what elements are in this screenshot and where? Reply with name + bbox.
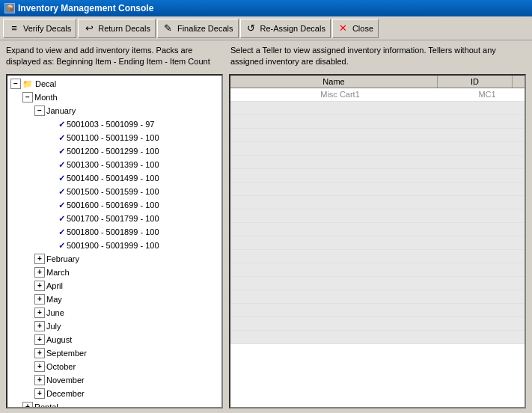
toolbar: ≡ Verify Decals ↩ Return Decals ✎ Finali… <box>0 16 532 40</box>
tree-node-june: June <box>33 306 220 319</box>
check-icon-7: ✓ <box>58 212 65 225</box>
tree-label-april: April <box>46 279 63 293</box>
tree-row-decal[interactable]: 📁 Decal <box>9 77 220 91</box>
tree-label-jan-item-7: 5001700 - 5001799 - 100 <box>67 212 159 225</box>
expander-november[interactable] <box>34 375 45 385</box>
tree-row-month[interactable]: Month <box>21 91 220 104</box>
return-decals-label: Return Decals <box>98 24 150 33</box>
table-row[interactable] <box>230 115 525 129</box>
tree-node-november: November <box>33 373 220 387</box>
tree-row-july[interactable]: July <box>33 319 220 333</box>
reassign-decals-button[interactable]: ↺ Re-Assign Decals <box>240 19 331 38</box>
instructions: Expand to view and add inventory items. … <box>6 45 526 68</box>
expander-september[interactable] <box>34 348 45 358</box>
tree-row-jan-item-3[interactable]: ✓ 5001300 - 5001399 - 100 <box>45 158 220 171</box>
check-icon-0: ✓ <box>58 117 65 131</box>
tree-row-jan-item-5[interactable]: ✓ 5001500 - 5001599 - 100 <box>45 185 220 198</box>
tree-row-rental[interactable]: Rental <box>21 400 220 407</box>
expander-august[interactable] <box>34 334 45 345</box>
tree-node-rental: Rental <box>21 400 220 407</box>
table-row[interactable] <box>230 142 525 156</box>
tree-row-february[interactable]: February <box>33 252 220 266</box>
expander-october[interactable] <box>34 361 45 372</box>
return-decals-button[interactable]: ↩ Return Decals <box>78 19 156 38</box>
left-instruction: Expand to view and add inventory items. … <box>6 45 223 68</box>
folder-icon-decal: 📁 <box>22 77 33 91</box>
table-row[interactable]: Misc Cart1 MC1 <box>230 88 525 102</box>
expander-february[interactable] <box>34 254 45 264</box>
table-row[interactable] <box>230 304 525 317</box>
tree-row-jan-item-9[interactable]: ✓ 5001900 - 5001999 - 100 <box>45 239 220 252</box>
table-row[interactable] <box>230 102 525 115</box>
table-row[interactable] <box>230 317 525 331</box>
tree-row-jan-item-4[interactable]: ✓ 5001400 - 5001499 - 100 <box>45 171 220 185</box>
return-decals-icon: ↩ <box>83 22 95 34</box>
tree-node-month: Month January <box>21 91 220 400</box>
tree-row-april[interactable]: April <box>33 279 220 293</box>
tree-label-november: November <box>46 373 85 387</box>
expander-rental[interactable] <box>22 402 33 407</box>
tree-label-october: October <box>46 360 76 373</box>
tree-container[interactable]: 📁 Decal Month <box>7 76 221 407</box>
tree-label-august: August <box>46 333 72 346</box>
tree-row-august[interactable]: August <box>33 333 220 346</box>
tree-row-jan-item-7[interactable]: ✓ 5001700 - 5001799 - 100 <box>45 212 220 225</box>
expander-july[interactable] <box>34 321 45 331</box>
tree-row-january[interactable]: January <box>33 104 220 117</box>
tree-row-september[interactable]: September <box>33 346 220 360</box>
table-row[interactable] <box>230 331 525 344</box>
tree-row-jan-item-6[interactable]: ✓ 5001600 - 5001699 - 100 <box>45 198 220 212</box>
tree-row-october[interactable]: October <box>33 360 220 373</box>
tree-row-march[interactable]: March <box>33 266 220 279</box>
tree-label-jan-item-3: 5001300 - 5001399 - 100 <box>67 158 159 171</box>
tree-row-may[interactable]: May <box>33 293 220 306</box>
table-row[interactable] <box>230 277 525 290</box>
table-row[interactable] <box>230 196 525 209</box>
table-row[interactable] <box>230 223 525 236</box>
expander-june[interactable] <box>34 308 45 318</box>
tree-node-jan-item-5: ✓ 5001500 - 5001599 - 100 <box>45 185 220 198</box>
tree-row-november[interactable]: November <box>33 373 220 387</box>
table-body[interactable]: Misc Cart1 MC1 <box>230 88 525 407</box>
tree-label-jan-item-0: 5001003 - 5001099 - 97 <box>67 117 154 131</box>
tree-row-jan-item-1[interactable]: ✓ 5001100 - 5001199 - 100 <box>45 131 220 144</box>
app-icon: 📦 <box>4 3 15 13</box>
tree-row-december[interactable]: December <box>33 387 220 400</box>
tree-label-jan-item-5: 5001500 - 5001599 - 100 <box>67 185 159 198</box>
table-header: Name ID <box>230 76 525 88</box>
scroll-spacer <box>513 76 525 88</box>
table-row[interactable] <box>230 290 525 304</box>
tree-row-june[interactable]: June <box>33 306 220 319</box>
tree-node-jan-item-2: ✓ 5001200 - 5001299 - 100 <box>45 144 220 158</box>
tree-label-jan-item-9: 5001900 - 5001999 - 100 <box>67 239 159 252</box>
table-row[interactable] <box>230 263 525 277</box>
table-row[interactable] <box>230 236 525 250</box>
check-icon-3: ✓ <box>58 158 65 171</box>
expander-december[interactable] <box>34 388 45 399</box>
tree-node-decal: 📁 Decal Month <box>9 77 220 407</box>
expander-january[interactable] <box>34 105 45 116</box>
tree-label-rental: Rental <box>34 400 58 407</box>
check-icon-9: ✓ <box>58 239 65 252</box>
tree-row-jan-item-0[interactable]: ✓ 5001003 - 5001099 - 97 <box>45 117 220 131</box>
table-row[interactable] <box>230 129 525 142</box>
table-row[interactable] <box>230 209 525 223</box>
close-button[interactable]: ✕ Close <box>332 19 379 38</box>
table-row[interactable] <box>230 250 525 263</box>
table-row[interactable] <box>230 169 525 183</box>
tree-node-jan-item-1: ✓ 5001100 - 5001199 - 100 <box>45 131 220 144</box>
tree-node-october: October <box>33 360 220 373</box>
expander-april[interactable] <box>34 281 45 291</box>
tree-row-jan-item-8[interactable]: ✓ 5001800 - 5001899 - 100 <box>45 225 220 239</box>
table-row[interactable] <box>230 156 525 169</box>
close-icon: ✕ <box>337 22 349 34</box>
expander-may[interactable] <box>34 294 45 305</box>
tree-row-jan-item-2[interactable]: ✓ 5001200 - 5001299 - 100 <box>45 144 220 158</box>
expander-march[interactable] <box>34 267 45 278</box>
right-instruction: Select a Teller to view assigned invento… <box>230 45 526 68</box>
finalize-decals-button[interactable]: ✎ Finalize Decals <box>157 19 239 38</box>
verify-decals-button[interactable]: ≡ Verify Decals <box>3 19 76 38</box>
table-row[interactable] <box>230 183 525 196</box>
expander-month[interactable] <box>22 92 33 103</box>
expander-decal[interactable] <box>10 79 21 89</box>
